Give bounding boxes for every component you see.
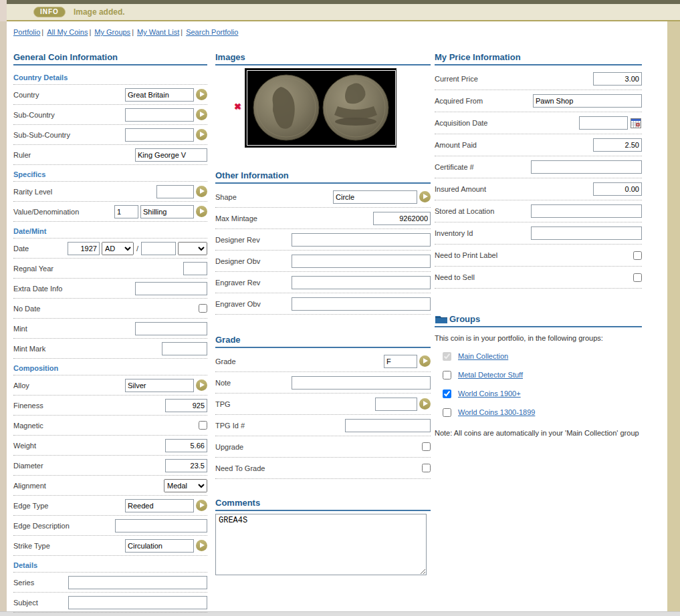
mint-input[interactable]	[135, 322, 207, 335]
nav-link-my-want-list[interactable]: My Want List	[137, 28, 179, 36]
section-title-images: Images	[215, 52, 431, 65]
field-row-certificate: Certificate #	[435, 156, 642, 178]
designer-rev-input[interactable]	[292, 233, 431, 247]
subject-input[interactable]	[68, 596, 207, 609]
rarity-lookup-button[interactable]	[196, 186, 207, 197]
sub-country-lookup-button[interactable]	[196, 109, 207, 120]
need-to-grade-checkbox[interactable]	[422, 464, 431, 472]
max-mintage-input[interactable]	[373, 212, 431, 225]
nav-link-all-my-coins[interactable]: All My Coins	[47, 28, 88, 36]
group-checkbox-main-collection[interactable]	[443, 352, 451, 361]
series-input[interactable]	[68, 576, 207, 589]
fineness-input[interactable]	[165, 399, 207, 412]
denomination-unit-input[interactable]	[140, 205, 194, 218]
current-price-input[interactable]	[593, 72, 642, 86]
subject-label: Subject	[13, 599, 68, 607]
nav-link-portfolio[interactable]: Portfolio	[13, 28, 40, 36]
rarity-input[interactable]	[156, 185, 194, 198]
mint-mark-input[interactable]	[162, 342, 207, 355]
field-row-stored-location: Stored at Location	[435, 200, 642, 222]
acquired-from-input[interactable]	[533, 94, 642, 108]
alloy-label: Alloy	[13, 381, 125, 390]
alignment-select[interactable]: Medal	[164, 479, 207, 492]
country-input[interactable]	[125, 88, 194, 102]
ruler-label: Ruler	[13, 151, 135, 159]
extra-date-info-input[interactable]	[135, 282, 207, 295]
denomination-value-input[interactable]	[114, 205, 138, 218]
tpg-lookup-button[interactable]	[419, 398, 431, 410]
insured-amount-input[interactable]	[593, 182, 642, 196]
coin-photo[interactable]	[245, 68, 396, 148]
inventory-id-input[interactable]	[531, 226, 642, 240]
alloy-lookup-button[interactable]	[196, 379, 207, 391]
grade-input[interactable]	[384, 355, 417, 368]
country-lookup-button[interactable]	[196, 89, 207, 100]
denomination-lookup-button[interactable]	[196, 206, 207, 217]
amount-paid-input[interactable]	[593, 138, 642, 152]
field-row-note: Note	[215, 372, 431, 394]
edge-type-input[interactable]	[125, 499, 194, 512]
group-checkbox-metal-detector[interactable]	[443, 371, 451, 379]
comments-textarea[interactable]: GREA4S	[215, 514, 427, 575]
certificate-input[interactable]	[531, 160, 642, 174]
engraver-obv-input[interactable]	[292, 297, 431, 311]
nav-link-search-portfolio[interactable]: Search Portfolio	[186, 28, 238, 36]
groups-section: Groups This coin is in your portfolio, i…	[435, 314, 642, 437]
note-input[interactable]	[292, 376, 431, 390]
tpg-id-input[interactable]	[345, 419, 431, 432]
date-secondary-era-select[interactable]	[178, 242, 207, 255]
field-row-series: Series	[13, 573, 207, 593]
calendar-button[interactable]	[630, 118, 642, 129]
tpg-label: TPG	[215, 400, 375, 408]
print-label-checkbox[interactable]	[633, 251, 642, 260]
regnal-year-input[interactable]	[183, 262, 207, 275]
field-row-designer-rev: Designer Rev	[215, 229, 431, 251]
field-row-weight: Weight	[13, 436, 207, 456]
group-checkbox-world-coins-1300[interactable]	[443, 408, 451, 417]
field-row-mint: Mint	[13, 319, 207, 339]
grade-lookup-button[interactable]	[419, 355, 431, 367]
no-date-checkbox[interactable]	[199, 304, 207, 313]
stored-location-input[interactable]	[531, 204, 642, 218]
field-row-alignment: Alignment Medal	[13, 476, 207, 496]
sub-sub-country-lookup-button[interactable]	[196, 129, 207, 140]
section-title-groups: Groups	[435, 314, 642, 327]
weight-input[interactable]	[165, 439, 207, 452]
group-checkbox-world-coins-1900[interactable]	[443, 390, 451, 398]
magnetic-checkbox[interactable]	[199, 421, 207, 430]
sub-country-input[interactable]	[125, 108, 194, 122]
shape-lookup-button[interactable]	[419, 191, 431, 202]
nav-link-my-groups[interactable]: My Groups	[94, 28, 130, 36]
acquisition-date-input[interactable]	[579, 116, 628, 130]
group-link-world-coins-1900[interactable]: World Coins 1900+	[458, 390, 521, 398]
date-era-select[interactable]: AD	[102, 242, 134, 255]
field-row-tpg: TPG	[215, 394, 431, 415]
date-secondary-input[interactable]	[141, 242, 176, 255]
diameter-input[interactable]	[165, 459, 207, 472]
play-icon	[423, 194, 428, 199]
group-link-main-collection[interactable]: Main Collection	[458, 352, 508, 360]
sub-sub-country-input[interactable]	[125, 128, 194, 142]
strike-type-lookup-button[interactable]	[196, 540, 207, 551]
tpg-input[interactable]	[375, 398, 417, 411]
ruler-input[interactable]	[135, 148, 207, 162]
field-row-engraver-rev: Engraver Rev	[215, 272, 431, 293]
edge-description-input[interactable]	[115, 519, 207, 532]
designer-obv-input[interactable]	[292, 255, 431, 268]
section-title-comments: Comments	[215, 498, 431, 511]
section-title-other-info: Other Information	[215, 170, 431, 184]
group-link-metal-detector[interactable]: Metal Detector Stuff	[458, 371, 523, 379]
date-year-input[interactable]	[68, 242, 100, 255]
groups-note: Note: All coins are automatically in you…	[435, 429, 642, 437]
upgrade-checkbox[interactable]	[422, 442, 431, 451]
group-link-world-coins-1300[interactable]: World Coins 1300-1899	[458, 408, 535, 416]
need-to-sell-checkbox[interactable]	[633, 273, 642, 282]
strike-type-input[interactable]	[125, 539, 194, 553]
field-row-extra-date-info: Extra Date Info	[13, 279, 207, 299]
alloy-input[interactable]	[125, 379, 194, 392]
shape-input[interactable]	[333, 190, 417, 204]
edge-type-lookup-button[interactable]	[196, 500, 207, 511]
delete-image-icon[interactable]: ✖	[234, 102, 241, 112]
engraver-rev-input[interactable]	[292, 276, 431, 289]
field-row-designer-obv: Designer Obv	[215, 251, 431, 272]
